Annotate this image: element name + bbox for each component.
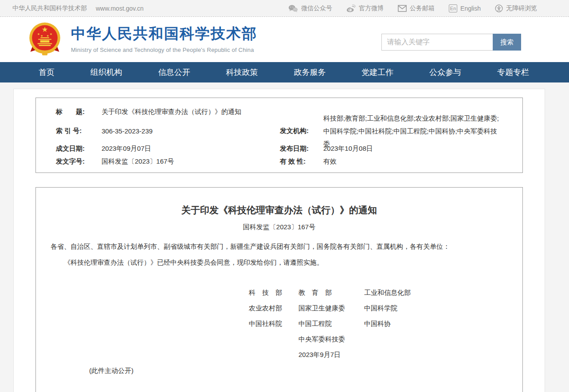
document-disclosure-note: (此件主动公开) (89, 366, 522, 375)
meta-title-label: 标 题: (56, 108, 102, 116)
signature-date-row: 2023年9月7日 (249, 347, 522, 363)
document-metadata-box: 标 题: 关于印发《科技伦理审查办法（试行）》的通知 索 引 号: 306-35… (35, 98, 523, 173)
mail-label: 公务邮箱 (410, 4, 435, 12)
signature-cell: 中国社科院 (249, 320, 298, 328)
meta-doc-number-label: 发文字号: (56, 157, 102, 166)
signature-cell: 国家卫生健康委 (298, 304, 364, 313)
english-icon: En (449, 4, 457, 12)
wechat-link[interactable]: 微信公众号 (288, 4, 332, 12)
nav-item-info-disclosure[interactable]: 信息公开 (158, 67, 190, 78)
document-paragraph: 各省、自治区、直辖市及计划单列市、副省级城市有关部门，新疆生产建设兵团有关部门，… (51, 241, 508, 252)
document-paragraph: 《科技伦理审查办法（试行）》已经中央科技委员会同意，现印发给你们，请遵照实施。 (51, 257, 508, 268)
site-header: ★ ★ ★ ★ ★ 中华人民共和国科学技术部 Ministry of Scien… (0, 17, 569, 62)
nav-item-home[interactable]: 首页 (39, 67, 55, 78)
signature-cell: 中国科学院 (364, 304, 522, 313)
signature-block: 科 技 部 教 育 部 工业和信息化部 农业农村部 国家卫生健康委 中国科学院 … (249, 285, 522, 363)
meta-doc-number-value: 国科发监〔2023〕167号 (102, 157, 174, 166)
signature-cell: 中国工程院 (298, 320, 364, 328)
signature-row: 科 技 部 教 育 部 工业和信息化部 (249, 285, 522, 301)
top-utility-bar: 中华人民共和国科学技术部 www.most.gov.cn 微信公众号 (0, 0, 569, 17)
metadata-right-column: 发文机构: 科技部;教育部;工业和信息化部;农业农村部;国家卫生健康委;中国科学… (280, 119, 522, 168)
svg-text:★: ★ (42, 25, 48, 33)
signature-cell: 科 技 部 (249, 289, 298, 297)
accessibility-icon (495, 4, 503, 12)
svg-text:★: ★ (50, 32, 52, 35)
signature-cell: 农业农村部 (249, 304, 298, 313)
accessibility-label: 无障碍浏览 (506, 4, 537, 12)
signature-cell: 工业和信息化部 (364, 289, 522, 297)
signature-cell: 中央军委科技委 (298, 335, 364, 344)
mail-icon (398, 5, 407, 12)
document-body-box: 关于印发《科技伦理审查办法（试行）》的通知 国科发监〔2023〕167号 各省、… (35, 187, 523, 392)
site-title: 中华人民共和国科学技术部 (71, 24, 257, 44)
signature-row: 中国社科院 中国工程院 中国科协 (249, 316, 522, 332)
main-content: 标 题: 关于印发《科技伦理审查办法（试行）》的通知 索 引 号: 306-35… (0, 82, 569, 392)
signature-cell: 教 育 部 (298, 289, 364, 297)
meta-index-label: 索 引 号: (56, 127, 102, 135)
nav-item-sci-tech-policy[interactable]: 科技政策 (226, 67, 258, 78)
meta-validity-value: 有效 (323, 157, 337, 166)
nav-item-organization[interactable]: 组织机构 (90, 67, 122, 78)
meta-index-value: 306-35-2023-239 (102, 127, 153, 135)
nav-item-special-topics[interactable]: 专题专栏 (497, 67, 529, 78)
nav-item-gov-services[interactable]: 政务服务 (294, 67, 326, 78)
signature-row: 农业农村部 国家卫生健康委 中国科学院 (249, 301, 522, 316)
signature-row: 中央军委科技委 (249, 332, 522, 347)
weibo-icon (346, 4, 356, 12)
wechat-icon (288, 4, 298, 12)
meta-org-label: 发文机构: (280, 127, 323, 135)
svg-text:★: ★ (37, 32, 40, 35)
signature-cell: 中国科协 (364, 320, 522, 328)
content-panel: 标 题: 关于印发《科技伦理审查办法（试行）》的通知 索 引 号: 306-35… (13, 89, 545, 392)
document-title: 关于印发《科技伦理审查办法（试行）》的通知 (36, 204, 522, 217)
svg-text:★: ★ (47, 34, 49, 37)
main-nav: 首页 组织机构 信息公开 科技政策 政务服务 党建工作 公众参与 专题专栏 (0, 62, 569, 82)
wechat-label: 微信公众号 (301, 4, 332, 12)
english-label: English (460, 5, 481, 12)
meta-date-published-label: 发布日期: (280, 145, 323, 153)
meta-validity-label: 有 效 性: (280, 157, 323, 166)
meta-date-published-value: 2023年10月08日 (323, 145, 373, 153)
accessibility-link[interactable]: 无障碍浏览 (495, 4, 537, 12)
nav-item-public-participation[interactable]: 公众参与 (429, 67, 461, 78)
weibo-label: 官方微博 (359, 4, 384, 12)
svg-text:★: ★ (40, 34, 43, 37)
site-subtitle: Ministry of Science and Technology of th… (71, 47, 257, 53)
search-input[interactable] (381, 34, 493, 51)
topbar-site-url[interactable]: www.most.gov.cn (96, 5, 144, 12)
metadata-left-column: 索 引 号: 306-35-2023-239 成文日期: 2023年09月07日… (36, 119, 280, 168)
national-emblem-logo: ★ ★ ★ ★ ★ (28, 22, 61, 59)
search-button[interactable]: 搜索 (493, 34, 521, 51)
search-bar: 搜索 (381, 34, 521, 51)
english-link[interactable]: En English (449, 4, 481, 12)
weibo-link[interactable]: 官方微博 (346, 4, 384, 12)
meta-date-written-label: 成文日期: (56, 145, 102, 153)
mail-link[interactable]: 公务邮箱 (398, 4, 435, 12)
topbar-site-name: 中华人民共和国科学技术部 (12, 4, 87, 12)
document-number: 国科发监〔2023〕167号 (36, 222, 522, 232)
meta-title-value: 关于印发《科技伦理审查办法（试行）》的通知 (102, 108, 241, 116)
nav-item-party-building[interactable]: 党建工作 (361, 67, 393, 78)
meta-date-written-value: 2023年09月07日 (102, 145, 151, 153)
signature-date: 2023年9月7日 (298, 351, 364, 359)
